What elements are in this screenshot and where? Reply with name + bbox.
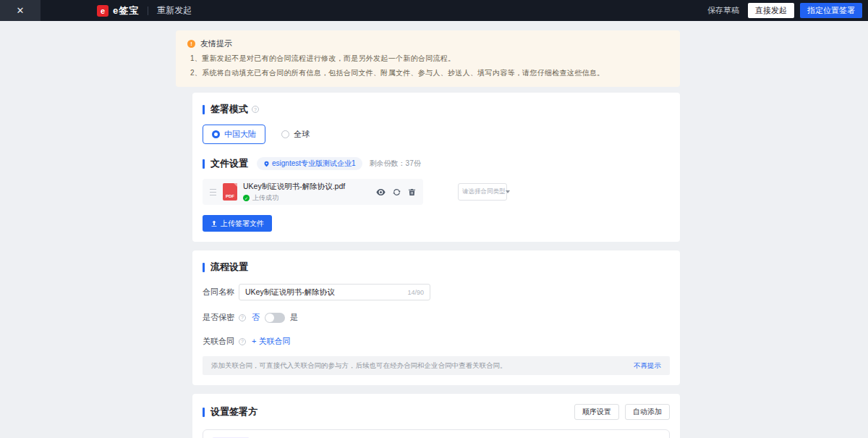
secret-toggle[interactable] — [265, 313, 285, 323]
org-badge-label: esigntest专业版测试企业1 — [272, 159, 356, 169]
contract-name-label: 合同名称 — [203, 287, 239, 298]
section-bar — [203, 408, 205, 417]
contract-name-input[interactable] — [245, 288, 390, 297]
drag-handle-icon[interactable] — [210, 189, 216, 195]
signers-card: 设置签署方 顺序设置 自动添加 企业 签署方1 ✎ 签署 签署设置 删除 批量 — [192, 394, 680, 438]
pdf-fold — [234, 183, 237, 187]
section-bar — [203, 159, 205, 169]
radio-unselected-icon — [281, 130, 289, 138]
radio-global[interactable]: 全球 — [281, 129, 310, 140]
radio-global-label: 全球 — [294, 129, 310, 140]
location-pin-icon — [263, 161, 270, 167]
brand: e e签宝 — [97, 4, 139, 17]
org-badge[interactable]: esigntest专业版测试企业1 — [257, 157, 362, 170]
related-contract-hint: 添加关联合同，可直接代入关联合同的参与方，后续也可在经办合同和企业合同中查看关联… — [203, 356, 670, 375]
char-counter: 14/90 — [407, 289, 424, 296]
help-icon[interactable]: ? — [252, 106, 259, 113]
notice-title: 友情提示 — [200, 38, 232, 49]
uploaded-file-item: PDF UKey制证说明书-解除协议.pdf ✓ 上传成功 — [203, 179, 423, 205]
contract-type-select[interactable]: 请选择合同类型 — [458, 183, 507, 201]
warning-icon: ! — [187, 40, 195, 48]
pdf-file-icon: PDF — [223, 183, 237, 201]
add-related-contract-link[interactable]: + 关联合同 — [252, 336, 290, 347]
topbar: ✕ e e签宝 重新发起 保存草稿 直接发起 指定位置签署 — [0, 0, 868, 21]
brand-name: e签宝 — [113, 4, 139, 17]
success-check-icon: ✓ — [243, 195, 250, 201]
topbar-divider — [148, 7, 148, 15]
notice-line: 2、系统将自动填充已有合同的所有信息，包括合同文件、附属文件、参与人、抄送人、填… — [190, 68, 668, 78]
file-status: 上传成功 — [252, 193, 278, 203]
contract-type-placeholder: 请选择合同类型 — [462, 188, 506, 196]
secret-no-label[interactable]: 否 — [252, 312, 260, 323]
secret-label: 是否保密 — [203, 312, 234, 323]
order-settings-button[interactable]: 顺序设置 — [574, 404, 619, 420]
sign-mode-file-card: 签署模式 ? 中国大陆 全球 文件设置 esigntest专业版测试企业1 剩余… — [192, 93, 680, 242]
assign-position-sign-button[interactable]: 指定位置签署 — [800, 3, 862, 18]
section-bar — [203, 263, 205, 272]
notice-line: 1、重新发起不是对已有的合同流程进行修改，而是另外发起一个新的合同流程。 — [190, 54, 668, 64]
delete-trash-icon[interactable] — [408, 188, 416, 196]
topbar-actions: 保存草稿 直接发起 指定位置签署 — [707, 3, 862, 18]
hint-text: 添加关联合同，可直接代入关联合同的参与方，后续也可在经办合同和企业合同中查看关联… — [211, 361, 634, 371]
friendly-notice: ! 友情提示 1、重新发起不是对已有的合同流程进行修改，而是另外发起一个新的合同… — [176, 30, 680, 87]
toggle-knob — [265, 313, 274, 322]
replace-file-icon[interactable] — [393, 188, 401, 196]
auto-add-button[interactable]: 自动添加 — [625, 404, 670, 420]
signer-item: 企业 签署方1 ✎ 签署 签署设置 删除 批量上传 添加抄送 — [203, 429, 670, 438]
chevron-down-icon — [506, 190, 510, 193]
upload-icon — [210, 220, 218, 227]
sign-mode-title: 签署模式 — [210, 103, 248, 116]
file-settings-title: 文件设置 — [210, 157, 248, 170]
section-bar — [203, 105, 205, 114]
contract-name-field: 14/90 — [239, 284, 430, 300]
help-icon[interactable]: ? — [239, 314, 246, 321]
radio-selected-icon — [212, 130, 220, 138]
page-title: 重新发起 — [157, 4, 192, 17]
radio-mainland[interactable]: 中国大陆 — [203, 125, 265, 144]
dismiss-hint-link[interactable]: 不再提示 — [634, 361, 661, 371]
radio-mainland-label: 中国大陆 — [224, 129, 256, 140]
help-icon[interactable]: ? — [239, 338, 246, 345]
secret-yes-label[interactable]: 是 — [290, 312, 298, 323]
direct-send-button[interactable]: 直接发起 — [748, 3, 794, 18]
save-draft-button[interactable]: 保存草稿 — [707, 5, 739, 16]
process-settings-title: 流程设置 — [210, 261, 248, 274]
related-contract-label: 关联合同 — [203, 336, 234, 347]
remaining-count: 剩余份数：37份 — [370, 159, 421, 169]
preview-eye-icon[interactable] — [376, 189, 386, 195]
close-icon[interactable]: ✕ — [0, 0, 41, 21]
file-name: UKey制证说明书-解除协议.pdf — [243, 182, 345, 192]
signers-title: 设置签署方 — [210, 405, 258, 418]
page-body: ! 友情提示 1、重新发起不是对已有的合同流程进行修改，而是另外发起一个新的合同… — [0, 21, 868, 438]
brand-logo-icon: e — [97, 5, 109, 17]
upload-sign-file-button[interactable]: 上传签署文件 — [203, 215, 272, 232]
process-settings-card: 流程设置 合同名称 14/90 是否保密 ? 否 是 关联合同 ? — [192, 250, 680, 385]
